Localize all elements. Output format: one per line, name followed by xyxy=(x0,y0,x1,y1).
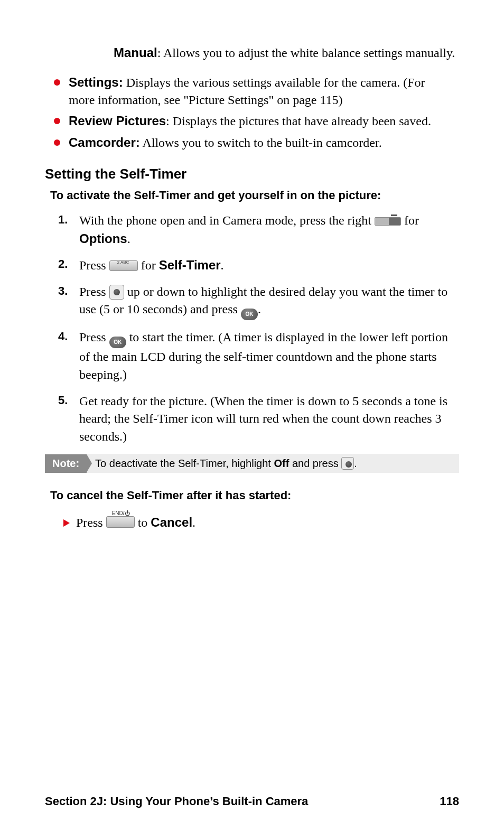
item-term: Review Pictures xyxy=(69,114,166,128)
nav-key-icon xyxy=(341,457,354,470)
cancel-step: Press to Cancel. xyxy=(63,515,459,530)
step-2: Press 2 ABC for Self-Timer. xyxy=(61,256,459,275)
list-item: Camcorder: Allows you to switch to the b… xyxy=(69,134,459,151)
step-3: Press up or down to highlight the desire… xyxy=(61,283,459,321)
list-item: Settings: Displays the various settings … xyxy=(69,74,459,108)
list-item: Review Pictures: Displays the pictures t… xyxy=(69,113,459,129)
step-text: Press xyxy=(79,258,109,272)
nav-key-icon xyxy=(109,285,124,300)
cancel-dot: . xyxy=(192,516,195,529)
intro-text: To activate the Self-Timer and get yours… xyxy=(50,189,459,202)
step-text: Press xyxy=(79,330,109,344)
step-5: Get ready for the picture. (When the tim… xyxy=(61,393,459,446)
cancel-intro: To cancel the Self-Timer after it has st… xyxy=(50,489,459,502)
manual-page: Manual: Allows you to adjust the white b… xyxy=(0,0,504,840)
feature-list: Settings: Displays the various settings … xyxy=(45,74,459,151)
step-dot: . xyxy=(221,258,224,272)
manual-desc: : Allows you to adjust the white balance… xyxy=(157,46,455,60)
item-desc: Allows you to switch to the built-in cam… xyxy=(140,136,382,150)
steps-list: With the phone open and in Camera mode, … xyxy=(61,212,459,445)
key-2abc-icon: 2 ABC xyxy=(109,260,138,271)
cancel-text: to xyxy=(138,516,151,529)
page-footer: Section 2J: Using Your Phone’s Built-in … xyxy=(45,795,459,808)
step-text: Get ready for the picture. (When the tim… xyxy=(79,394,447,443)
note-body: To deactivate the Self-Timer, highlight … xyxy=(95,455,361,472)
step-text: for xyxy=(141,258,159,272)
note-text: and press xyxy=(289,458,341,469)
section-heading: Setting the Self-Timer xyxy=(45,166,459,182)
step-1: With the phone open and in Camera mode, … xyxy=(61,212,459,248)
cancel-keyword: Cancel xyxy=(151,515,192,529)
item-term: Camcorder: xyxy=(69,135,140,150)
step-keyword: Options xyxy=(79,231,127,246)
step-4: Press OK to start the timer. (A timer is… xyxy=(61,329,459,384)
ok-key-icon: OK xyxy=(241,309,258,320)
step-text: With the phone open and in Camera mode, … xyxy=(79,213,375,227)
note-off: Off xyxy=(274,458,289,469)
footer-section: Section 2J: Using Your Phone’s Built-in … xyxy=(45,795,308,808)
cancel-text: Press xyxy=(76,516,106,529)
step-text: to start the timer. (A timer is displaye… xyxy=(79,330,448,381)
manual-term: Manual xyxy=(114,45,157,60)
footer-page: 118 xyxy=(440,795,459,808)
ok-key-icon: OK xyxy=(109,337,126,348)
item-term: Settings: xyxy=(69,75,123,89)
step-text: for xyxy=(404,213,419,227)
note-dot: . xyxy=(354,458,357,469)
step-dot: . xyxy=(258,302,261,316)
step-dot: . xyxy=(127,232,130,246)
step-text: Press xyxy=(79,285,109,298)
step-text: up or down to highlight the desired dela… xyxy=(79,285,447,316)
note-label: Note: xyxy=(45,454,87,473)
manual-line: Manual: Allows you to adjust the white b… xyxy=(114,44,459,61)
note-box: Note: To deactivate the Self-Timer, high… xyxy=(45,454,459,473)
softkey-icon xyxy=(375,217,401,226)
note-text: To deactivate the Self-Timer, highlight xyxy=(95,458,274,469)
item-desc: : Displays the pictures that have alread… xyxy=(166,114,431,128)
step-keyword: Self-Timer xyxy=(159,258,221,272)
end-key-icon xyxy=(106,516,135,528)
